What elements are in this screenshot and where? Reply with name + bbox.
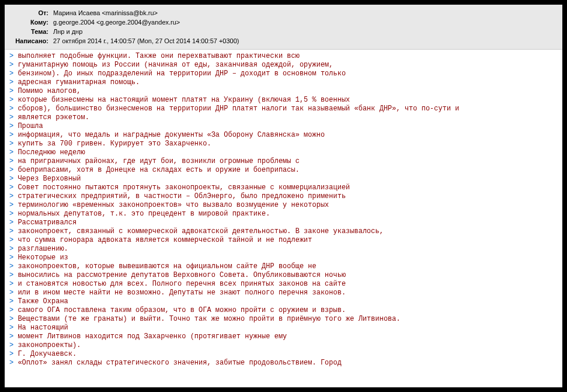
quoted-text: Рассматривался — [18, 218, 76, 227]
to-label: Кому: — [11, 18, 51, 27]
quoted-line: > Некоторые из — [9, 254, 558, 262]
quote-marker: > — [9, 306, 18, 314]
quoted-line: > Помимо налогов, — [9, 87, 558, 96]
date-label: Написано: — [11, 36, 51, 46]
quoted-text: Помимо налогов, — [18, 87, 81, 95]
quoted-line: > выносились на рассмотрение депутатов В… — [9, 271, 558, 280]
quoted-line: > является рэкетом. — [9, 113, 558, 122]
quote-marker: > — [9, 245, 18, 253]
quoted-text: Веществами (те же гранаты) и выйти. Точн… — [18, 315, 400, 323]
quote-marker: > — [9, 324, 18, 332]
quoted-text: выносились на рассмотрение депутатов Вер… — [18, 271, 346, 279]
quote-marker: > — [9, 332, 18, 341]
quoted-text: Через Верховный — [18, 175, 81, 183]
quoted-text: терминологию «временных законопроектов» … — [18, 201, 329, 209]
quoted-text: Прошла — [18, 122, 43, 130]
quote-marker: > — [9, 96, 18, 104]
quoted-line: > и становятся новостью для всех. Полног… — [9, 280, 558, 289]
quoted-text: на приграничных районах, где идут бои, в… — [18, 157, 299, 165]
quoted-line: > законопроект, связанный с коммерческой… — [9, 227, 558, 236]
quote-marker: > — [9, 280, 18, 288]
quoted-line: > или в ином месте найти не возможно. Де… — [9, 289, 558, 297]
header-row-to: Кому: g.george.2004 <g.george.2004@yande… — [11, 18, 556, 27]
email-container: От: Марина Исаева <marinissa@bk.ru> Кому… — [5, 5, 562, 387]
quoted-text: момент Литвинов находится под Захарченко… — [18, 332, 287, 341]
quote-marker: > — [9, 105, 18, 113]
quoted-text: законопроекты). — [18, 341, 81, 349]
to-value: g.george.2004 <g.george.2004@yandex.ru> — [51, 18, 556, 27]
quote-marker: > — [9, 140, 18, 148]
quote-marker: > — [9, 341, 18, 349]
quote-marker: > — [9, 315, 18, 323]
quoted-text: «Оплот» занял склады стратегического зна… — [18, 359, 342, 367]
quoted-line: > Также Охрана — [9, 297, 558, 306]
quoted-text: которые бизнесмены на настоящий момент п… — [18, 96, 350, 104]
quote-marker: > — [9, 148, 18, 157]
quoted-text: На настоящий — [18, 324, 68, 332]
quoted-text: Последнюю неделю — [18, 148, 85, 157]
quote-marker: > — [9, 359, 18, 367]
quoted-line: > выполняет подобные функции. Также они … — [9, 52, 558, 61]
quoted-line: > законопроекты). — [9, 341, 558, 350]
quoted-line: > Рассматривался — [9, 218, 558, 227]
quote-marker: > — [9, 262, 18, 270]
quote-marker: > — [9, 254, 18, 262]
quoted-text: законопроектов, которые вывешиваются на … — [18, 262, 316, 270]
quoted-text: Также Охрана — [18, 297, 68, 306]
quoted-line: > нормальных депутатов, т.к. это прецеде… — [9, 210, 558, 218]
quoted-line: > купить за 700 гривен. Курирует это Зах… — [9, 140, 558, 148]
quote-marker: > — [9, 131, 18, 139]
quote-marker: > — [9, 271, 18, 279]
quoted-text: и становятся новостью для всех. Полного … — [18, 280, 346, 288]
quoted-text: самого ОГА поставлена таким образом, что… — [18, 306, 346, 314]
quoted-text: информация, что медаль и наградные докум… — [18, 131, 325, 139]
email-header: От: Марина Исаева <marinissa@bk.ru> Кому… — [5, 5, 562, 50]
quoted-text: адресная гуманитарная помощь. — [18, 78, 140, 86]
quote-marker: > — [9, 70, 18, 78]
quoted-line: > что сумма гонорара адвоката является к… — [9, 236, 558, 245]
quoted-text: нормальных депутатов, т.к. это прецедент… — [18, 210, 270, 218]
quote-marker: > — [9, 157, 18, 165]
quote-marker: > — [9, 297, 18, 306]
quoted-line: > адресная гуманитарная помощь. — [9, 78, 558, 87]
quote-marker: > — [9, 52, 18, 60]
quoted-line: > информация, что медаль и наградные док… — [9, 131, 558, 140]
quoted-line: > момент Литвинов находится под Захарчен… — [9, 332, 558, 341]
quote-marker: > — [9, 61, 18, 69]
quoted-text: Г. Докучаевск. — [18, 350, 76, 358]
quoted-text: Некоторые из — [18, 254, 68, 262]
quoted-line: > Через Верховный — [9, 175, 558, 183]
quote-marker: > — [9, 183, 18, 192]
quote-marker: > — [9, 289, 18, 297]
quote-marker: > — [9, 210, 18, 218]
quote-marker: > — [9, 236, 18, 244]
subject-label: Тема: — [11, 27, 51, 36]
quote-marker: > — [9, 78, 18, 86]
quoted-text: или в ином месте найти не возможно. Депу… — [18, 289, 346, 297]
quoted-text: что сумма гонорара адвоката является ком… — [18, 236, 312, 244]
quoted-text: боеприпасами, хотя в Донецке на складах … — [18, 166, 299, 174]
quote-marker: > — [9, 218, 18, 227]
quoted-text: выполняет подобные функции. Также они пе… — [18, 52, 299, 60]
quote-marker: > — [9, 113, 18, 122]
subject-value: Лнр и днр — [51, 27, 556, 36]
quote-marker: > — [9, 122, 18, 130]
quoted-line: > сборов), большинство бизнесменов на те… — [9, 105, 558, 113]
date-value: 27 октября 2014 г., 14:00:57 (Mon, 27 Oc… — [51, 36, 556, 46]
quoted-text: является рэкетом. — [18, 113, 89, 122]
quote-marker: > — [9, 192, 18, 200]
quoted-text: гуманитарную помощь из России (начиная о… — [18, 61, 333, 69]
quote-marker: > — [9, 166, 18, 174]
header-row-date: Написано: 27 октября 2014 г., 14:00:57 (… — [11, 36, 556, 46]
quoted-line: > Совет постоянно пытаются протянуть зак… — [9, 183, 558, 192]
quoted-line: > Последнюю неделю — [9, 148, 558, 157]
quoted-line: > Прошла — [9, 122, 558, 131]
quoted-line: > гуманитарную помощь из России (начиная… — [9, 61, 558, 70]
quote-marker: > — [9, 87, 18, 95]
quoted-text: законопроект, связанный с коммерческой а… — [18, 227, 384, 235]
quoted-line: > Г. Докучаевск. — [9, 350, 558, 359]
quote-marker: > — [9, 227, 18, 235]
from-label: От: — [11, 8, 51, 18]
from-value: Марина Исаева <marinissa@bk.ru> — [51, 8, 556, 18]
quoted-text: бензином). До иных подразделений на терр… — [18, 70, 346, 78]
